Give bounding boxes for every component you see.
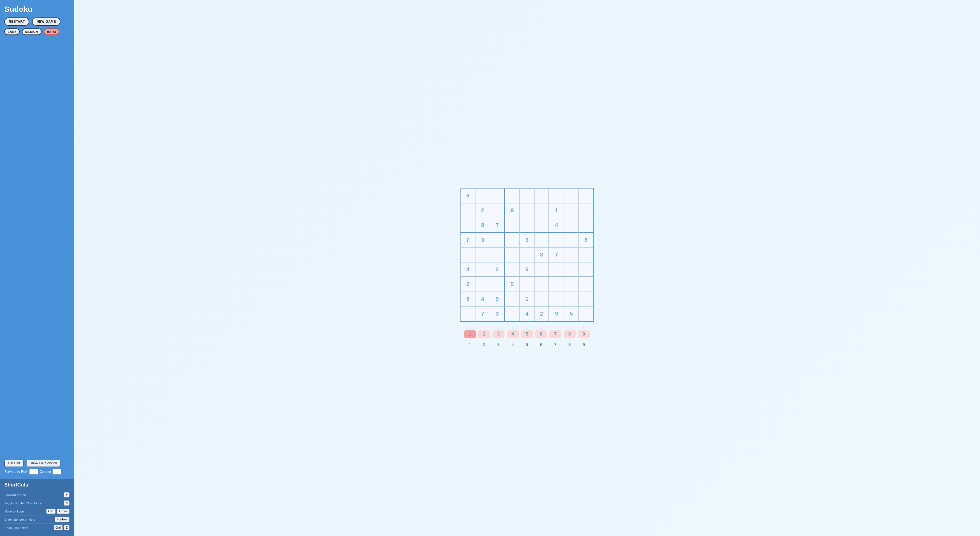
new-game-button[interactable]: NEW GAME [32, 17, 60, 26]
num-btn-2[interactable]: 2 [478, 330, 490, 338]
hard-button[interactable]: HARD [44, 29, 60, 35]
cell-r5-c8[interactable] [564, 247, 579, 262]
cell-r4-c9[interactable]: 6 [579, 233, 593, 247]
cell-r5-c5[interactable] [520, 247, 535, 262]
cell-r7-c6[interactable] [535, 277, 549, 292]
cell-r6-c2[interactable] [475, 262, 490, 277]
cell-r3-c9[interactable] [579, 218, 593, 233]
num-plain-5[interactable]: 5 [521, 341, 533, 348]
cell-r1-c4[interactable] [505, 189, 520, 203]
cell-r8-c7[interactable] [549, 292, 564, 306]
cell-r2-c8[interactable] [564, 203, 579, 218]
cell-r4-c5[interactable]: 9 [520, 233, 535, 247]
cell-r9-c5[interactable]: 4 [520, 306, 535, 321]
cell-r5-c1[interactable] [460, 247, 475, 262]
cell-r9-c3[interactable]: 3 [490, 306, 505, 321]
cell-r2-c7[interactable]: 1 [549, 203, 564, 218]
cell-r6-c9[interactable] [579, 262, 593, 277]
cell-r2-c6[interactable] [535, 203, 549, 218]
cell-r7-c2[interactable] [475, 277, 490, 292]
cell-r5-c9[interactable] [579, 247, 593, 262]
cell-r4-c4[interactable] [505, 233, 520, 247]
cell-r4-c2[interactable]: 3 [475, 233, 490, 247]
cell-r5-c7[interactable]: 7 [549, 247, 564, 262]
cell-r8-c1[interactable]: 5 [460, 292, 475, 306]
num-plain-9[interactable]: 9 [578, 341, 590, 348]
cell-r8-c6[interactable] [535, 292, 549, 306]
cell-r1-c7[interactable] [549, 189, 564, 203]
cell-r7-c9[interactable] [579, 277, 593, 292]
num-btn-4[interactable]: 4 [507, 330, 519, 338]
cell-r7-c5[interactable] [520, 277, 535, 292]
cell-r8-c8[interactable] [564, 292, 579, 306]
cell-r9-c8[interactable]: 5 [564, 306, 579, 321]
num-btn-6[interactable]: 6 [535, 330, 547, 338]
cell-r3-c4[interactable] [505, 218, 520, 233]
cell-r2-c5[interactable] [520, 203, 535, 218]
cell-r1-c2[interactable] [475, 189, 490, 203]
num-plain-6[interactable]: 6 [535, 341, 547, 348]
num-plain-8[interactable]: 8 [563, 341, 576, 348]
cell-r5-c3[interactable] [490, 247, 505, 262]
cell-r4-c7[interactable] [549, 233, 564, 247]
num-plain-1[interactable]: 1 [464, 341, 476, 348]
num-plain-7[interactable]: 7 [549, 341, 562, 348]
cell-r2-c2[interactable]: 2 [475, 203, 490, 218]
cell-r9-c1[interactable] [460, 306, 475, 321]
cell-r9-c9[interactable] [579, 306, 593, 321]
cell-r3-c2[interactable]: 8 [475, 218, 490, 233]
cell-r9-c2[interactable]: 7 [475, 306, 490, 321]
num-btn-8[interactable]: 8 [563, 330, 576, 338]
num-btn-9[interactable]: 9 [578, 330, 590, 338]
cell-r8-c5[interactable]: 1 [520, 292, 535, 306]
cell-r6-c4[interactable] [505, 262, 520, 277]
cell-r4-c8[interactable] [564, 233, 579, 247]
medium-button[interactable]: MEDIUM [22, 29, 41, 35]
cell-r5-c2[interactable] [475, 247, 490, 262]
cell-r1-c8[interactable] [564, 189, 579, 203]
column-input[interactable] [52, 469, 61, 474]
num-btn-3[interactable]: 3 [492, 330, 504, 338]
restart-button[interactable]: RESTART [5, 17, 29, 26]
cell-r1-c3[interactable] [490, 189, 505, 203]
num-plain-2[interactable]: 2 [478, 341, 490, 348]
cell-r1-c9[interactable] [579, 189, 593, 203]
cell-r6-c3[interactable]: 2 [490, 262, 505, 277]
cell-r4-c6[interactable] [535, 233, 549, 247]
cell-r6-c7[interactable] [549, 262, 564, 277]
cell-r7-c8[interactable] [564, 277, 579, 292]
cell-r6-c1[interactable]: 4 [460, 262, 475, 277]
cell-r3-c5[interactable] [520, 218, 535, 233]
cell-r1-c1[interactable]: 6 [460, 189, 475, 203]
row-input[interactable] [29, 469, 38, 474]
cell-r2-c3[interactable] [490, 203, 505, 218]
cell-r1-c5[interactable] [520, 189, 535, 203]
sudoku-grid[interactable]: 6291874739637426255491734295 [460, 188, 594, 322]
cell-r9-c6[interactable]: 2 [535, 306, 549, 321]
hint-button[interactable]: Get Hint [5, 460, 24, 467]
cell-r7-c1[interactable]: 2 [460, 277, 475, 292]
cell-r3-c3[interactable]: 7 [490, 218, 505, 233]
cell-r3-c8[interactable] [564, 218, 579, 233]
cell-r6-c5[interactable]: 6 [520, 262, 535, 277]
cell-r5-c6[interactable]: 3 [535, 247, 549, 262]
cell-r3-c6[interactable] [535, 218, 549, 233]
cell-r2-c9[interactable] [579, 203, 593, 218]
cell-r6-c6[interactable] [535, 262, 549, 277]
num-plain-3[interactable]: 3 [492, 341, 504, 348]
cell-r3-c1[interactable] [460, 218, 475, 233]
cell-r6-c8[interactable] [564, 262, 579, 277]
num-btn-1[interactable]: 1 [464, 330, 476, 338]
cell-r8-c9[interactable] [579, 292, 593, 306]
solution-button[interactable]: Show Full Solution [26, 460, 60, 467]
cell-r2-c4[interactable]: 9 [505, 203, 520, 218]
num-btn-7[interactable]: 7 [549, 330, 562, 338]
cell-r8-c4[interactable] [505, 292, 520, 306]
cell-r1-c6[interactable] [535, 189, 549, 203]
cell-r2-c1[interactable] [460, 203, 475, 218]
cell-r7-c4[interactable]: 5 [505, 277, 520, 292]
cell-r4-c1[interactable]: 7 [460, 233, 475, 247]
cell-r8-c2[interactable]: 4 [475, 292, 490, 306]
cell-r7-c3[interactable] [490, 277, 505, 292]
cell-r5-c4[interactable] [505, 247, 520, 262]
